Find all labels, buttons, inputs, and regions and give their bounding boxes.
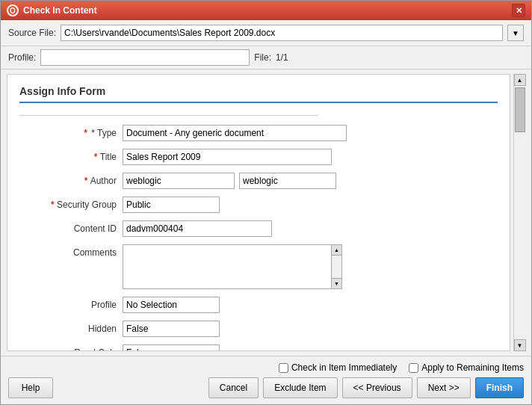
title-bar: O Check In Content ✕ — [1, 1, 531, 20]
apply-remaining-item: Apply to Remaining Items — [409, 362, 524, 373]
comments-scroll-up-button[interactable]: ▲ — [332, 245, 341, 256]
window-icon: O — [7, 4, 19, 16]
comments-scrollbar: ▲ ▼ — [332, 244, 342, 289]
profile-field-label: Profile — [19, 300, 117, 310]
check-immediate-checkbox[interactable] — [279, 363, 288, 373]
comments-label: Comments — [19, 247, 117, 258]
check-immediate-label: Check in Item Immediately — [291, 362, 397, 373]
close-button[interactable]: ✕ — [512, 4, 525, 17]
previous-button[interactable]: << Previous — [342, 377, 412, 398]
security-row: * Security Group Public — [19, 197, 498, 213]
content-id-row: Content ID — [19, 220, 498, 237]
type-row: * * Type Document - Any generic document — [19, 125, 498, 141]
check-in-content-window: O Check In Content ✕ Source File: ▼ Prof… — [0, 0, 532, 405]
scroll-thumb[interactable] — [515, 87, 525, 132]
form-scroll-panel: Assign Info Form * * Type Document - Any… — [7, 74, 510, 351]
author-input[interactable] — [123, 173, 235, 189]
source-file-label: Source File: — [8, 28, 56, 38]
author-select[interactable]: weblogic — [239, 173, 336, 189]
title-row: * Title — [19, 149, 498, 165]
footer-checkboxes: Check in Item Immediately Apply to Remai… — [8, 362, 524, 373]
hidden-row: Hidden False True — [19, 321, 498, 337]
form-title: Assign Info Form — [19, 85, 498, 103]
check-immediate-item: Check in Item Immediately — [279, 362, 397, 373]
source-file-bar: Source File: ▼ — [1, 20, 531, 46]
file-value: 1/1 — [276, 52, 288, 63]
footer-buttons: Help Cancel Exclude Item << Previous Nex… — [8, 377, 524, 398]
hidden-select[interactable]: False True — [123, 321, 220, 337]
profile-select[interactable] — [40, 49, 250, 66]
content-id-input[interactable] — [123, 220, 272, 237]
profile-label: Profile: — [8, 52, 36, 63]
hidden-label: Hidden — [19, 324, 117, 334]
security-select[interactable]: Public — [123, 197, 220, 213]
comments-row: Comments ▲ ▼ — [19, 244, 498, 289]
profile-field-select[interactable]: No Selection — [123, 297, 220, 313]
source-file-dropdown[interactable]: ▼ — [507, 25, 524, 41]
read-only-row: Read Only False True — [19, 344, 498, 351]
type-label: * * Type — [19, 128, 117, 138]
cancel-button[interactable]: Cancel — [208, 377, 259, 398]
scrollbar-track: ▲ ▼ — [513, 74, 525, 351]
security-label: * Security Group — [19, 200, 117, 210]
author-group: weblogic — [123, 173, 336, 189]
author-row: * Author weblogic — [19, 173, 498, 189]
form-container: Assign Info Form * * Type Document - Any… — [7, 75, 510, 351]
comments-scroll-down-button[interactable]: ▼ — [332, 278, 341, 288]
title-input[interactable] — [123, 149, 332, 165]
finish-button[interactable]: Finish — [475, 377, 524, 398]
window-title: Check In Content — [23, 5, 512, 16]
profile-bar: Profile: File: 1/1 — [1, 46, 531, 69]
apply-remaining-label: Apply to Remaining Items — [421, 362, 524, 373]
author-label: * Author — [19, 176, 117, 186]
exclude-button[interactable]: Exclude Item — [263, 377, 337, 398]
footer: Check in Item Immediately Apply to Remai… — [1, 356, 531, 404]
help-button[interactable]: Help — [8, 377, 53, 398]
profile-row: Profile No Selection — [19, 297, 498, 313]
next-button[interactable]: Next >> — [417, 377, 471, 398]
scroll-up-button[interactable]: ▲ — [514, 74, 526, 86]
content-area: Assign Info Form * * Type Document - Any… — [1, 69, 531, 356]
source-file-input[interactable] — [61, 25, 503, 41]
file-label: File: — [254, 52, 271, 63]
title-field-label: * Title — [19, 152, 117, 162]
comments-textarea[interactable] — [123, 244, 332, 289]
read-only-label: Read Only — [19, 347, 117, 351]
read-only-select[interactable]: False True — [123, 344, 220, 351]
type-select[interactable]: Document - Any generic document — [123, 125, 347, 141]
comments-wrapper: ▲ ▼ — [123, 244, 342, 289]
scroll-down-button[interactable]: ▼ — [514, 339, 526, 351]
content-id-label: Content ID — [19, 223, 117, 234]
apply-remaining-checkbox[interactable] — [409, 363, 418, 373]
